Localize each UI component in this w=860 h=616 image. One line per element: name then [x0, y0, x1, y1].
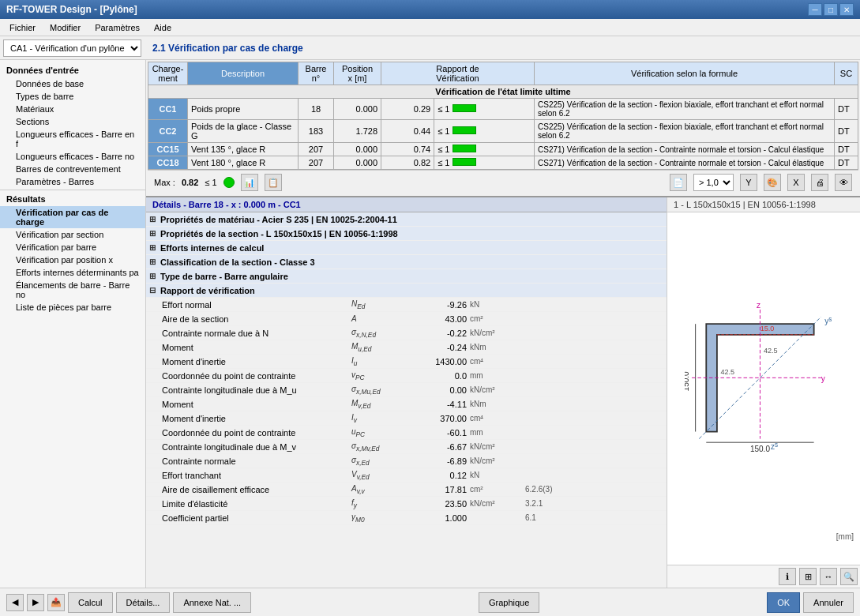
info-button[interactable]: ℹ [779, 568, 796, 585]
label-effort-tranchant: Effort tranchant [146, 471, 351, 480]
row-rapport-cc15: 0.74 [381, 143, 434, 156]
symbol-inertie1: Iu [351, 356, 415, 367]
results-table: Charge-ment Description Barren° Position… [148, 62, 858, 170]
label-contrainte-mu: Contrainte longitudinale due à M_u [146, 385, 351, 395]
menu-fichier[interactable]: Fichier [3, 21, 42, 34]
details-section-class[interactable]: ⊞ Classification de la section - Classe … [146, 255, 667, 269]
zoom-fit-button[interactable]: ⊞ [799, 568, 817, 585]
row-rapport-cc1: 0.29 [381, 99, 434, 120]
symbol-inertie2: Iv [351, 413, 415, 424]
svg-text:150.0: 150.0 [750, 445, 770, 453]
color-icon[interactable]: 🎨 [764, 174, 781, 191]
ok-button[interactable]: OK [767, 592, 800, 613]
label-contrainte-norm: Contrainte normale [146, 456, 351, 466]
y-filter-icon[interactable]: Y [740, 174, 757, 191]
details-section-type[interactable]: ⊞ Type de barre - Barre angulaire [146, 269, 667, 284]
scroll-left-btn[interactable]: ◀ [6, 594, 24, 611]
unit-aire: cm² [470, 314, 525, 323]
chart-icon[interactable]: 📊 [241, 174, 258, 191]
scroll-export-btn[interactable]: 📤 [47, 594, 65, 611]
sidebar-item-elancements[interactable]: Élancements de barre - Barre no [0, 279, 145, 301]
sidebar-item-verif-barre[interactable]: Vérification par barre [0, 241, 145, 254]
details-section-rapport[interactable]: ⊟ Rapport de vérification [146, 284, 667, 298]
label-contrainte-mv: Contrainte longitudinale due à M_v [146, 442, 351, 452]
menu-modifier[interactable]: Modifier [43, 21, 87, 34]
detail-row-moment2: Moment Mv,Ed -4.11 kNm [146, 397, 667, 411]
sidebar-item-longueurs-eff1[interactable]: Longueurs efficaces - Barre en f [0, 128, 145, 150]
row-le1-cc15: ≤ 1 [438, 145, 449, 154]
table-row[interactable]: CC1 Poids propre 18 0.000 0.29 ≤ 1 CS225… [148, 99, 858, 120]
export-icon[interactable]: 📋 [265, 174, 282, 191]
sidebar-item-sections[interactable]: Sections [0, 115, 145, 128]
details-section-props[interactable]: ⊞ Propriétés de la section - L 150x150x1… [146, 227, 667, 241]
table-row[interactable]: CC15 Vent 135 °, glace R 207 0.000 0.74 … [148, 143, 858, 156]
minimize-button[interactable]: ─ [808, 3, 822, 16]
sidebar-item-verif-cas[interactable]: Vérification par cas de charge [0, 206, 145, 228]
sidebar-item-liste-pieces[interactable]: Liste de pièces par barre [0, 301, 145, 314]
row-pos-cc15: 0.000 [334, 143, 381, 156]
sidebar-item-donnees-base[interactable]: Données de base [0, 77, 145, 90]
label-aire-cis: Aire de cisaillement efficace [146, 485, 351, 494]
menu-aide[interactable]: Aide [148, 21, 178, 34]
unit-inertie1: cm⁴ [470, 357, 525, 366]
section-rapport-label: Rapport de vérification [160, 286, 255, 295]
row-pos-cc1: 0.000 [334, 99, 381, 120]
excel-icon[interactable]: X [787, 174, 805, 191]
row-sc-cc1: DT [835, 99, 858, 120]
value-contrainte-norm: -6.89 [415, 456, 470, 466]
filter-dropdown[interactable]: > 1,0 [693, 174, 734, 191]
detail-row-inertie1: Moment d'inertie Iu 1430.00 cm⁴ [146, 355, 667, 369]
cs-title: 1 - L 150x150x15 | EN 10056-1:1998 [667, 197, 860, 212]
detail-row-moment1: Moment Mu,Ed -0.24 kNm [146, 340, 667, 355]
right-panel: Charge-ment Description Barren° Position… [146, 60, 860, 588]
svg-text:zs: zs [771, 441, 778, 452]
zoom-in-button[interactable]: ↔ [820, 568, 837, 585]
calcul-button[interactable]: Calcul [68, 592, 113, 613]
print-icon[interactable]: 🖨 [811, 174, 828, 191]
sidebar-item-params-barres[interactable]: Paramètres - Barres [0, 175, 145, 188]
close-button[interactable]: ✕ [839, 3, 854, 16]
cs-footer: ℹ ⊞ ↔ 🔍 [667, 565, 860, 588]
annuler-button[interactable]: Annuler [803, 592, 854, 613]
expand-icon-material: ⊞ [149, 215, 160, 223]
row-id-cc18: CC18 [148, 156, 188, 170]
table-row[interactable]: CC18 Vent 180 °, glace R 207 0.000 0.82 … [148, 156, 858, 170]
zoom-out-button[interactable]: 🔍 [840, 568, 858, 585]
th-sc: SC [835, 62, 858, 85]
unit-contrainte-mu: kN/cm² [470, 385, 525, 394]
ref-limite: 3.2.1 [525, 499, 667, 508]
details-button[interactable]: Détails... [116, 592, 171, 613]
menu-parametres[interactable]: Paramètres [88, 21, 146, 34]
sidebar-item-verif-pos[interactable]: Vérification par position x [0, 254, 145, 266]
sidebar-item-types-barre[interactable]: Types de barre [0, 90, 145, 103]
table-row[interactable]: CC2 Poids de la glace - Classe G 183 1.7… [148, 120, 858, 143]
label-coord2: Coordonnée du point de contrainte [146, 428, 351, 438]
table-area: Charge-ment Description Barren° Position… [146, 60, 860, 196]
label-limite: Limite d'élasticité [146, 499, 351, 509]
details-section-material[interactable]: ⊞ Propriétés de matériau - Acier S 235 |… [146, 212, 667, 227]
sidebar-item-efforts[interactable]: Efforts internes déterminants pa [0, 266, 145, 279]
value-aire-cis: 17.81 [415, 485, 470, 494]
sidebar-item-verif-section[interactable]: Vérification par section [0, 228, 145, 241]
case-dropdown[interactable]: CA1 - Vérification d'un pylône [3, 39, 141, 57]
scroll-right-btn[interactable]: ▶ [27, 594, 44, 611]
row-bar-cc1 [453, 104, 476, 112]
th-charge: Charge-ment [148, 62, 188, 85]
graphique-button[interactable]: Graphique [479, 592, 539, 613]
eye-icon[interactable]: 👁 [835, 174, 852, 191]
sidebar-group-input: Données d'entrée [0, 63, 145, 77]
sidebar-item-barres-contrev[interactable]: Barres de contreventement [0, 163, 145, 175]
unit-moment2: kNm [470, 400, 525, 408]
table-icon[interactable]: 📄 [670, 174, 687, 191]
sidebar-item-longueurs-eff2[interactable]: Longueurs efficaces - Barre no [0, 150, 145, 163]
section-type-label: Type de barre - Barre angulaire [160, 272, 288, 281]
details-section-efforts[interactable]: ⊞ Efforts internes de calcul [146, 241, 667, 255]
value-inertie2: 370.00 [415, 414, 470, 423]
table-footer: Max : 0.82 ≤ 1 📊 📋 📄 > 1,0 Y 🎨 X 🖨 👁 [148, 170, 858, 194]
maximize-button[interactable]: □ [824, 3, 838, 16]
group-header-label: Vérification de l'état limite ultime [148, 85, 858, 99]
annexe-button[interactable]: Annexe Nat. ... [173, 592, 251, 613]
symbol-coord1: vPC [351, 370, 415, 381]
symbol-contrainte-norm: σx,Ed [351, 456, 415, 467]
sidebar-item-materiaux[interactable]: Matériaux [0, 103, 145, 115]
